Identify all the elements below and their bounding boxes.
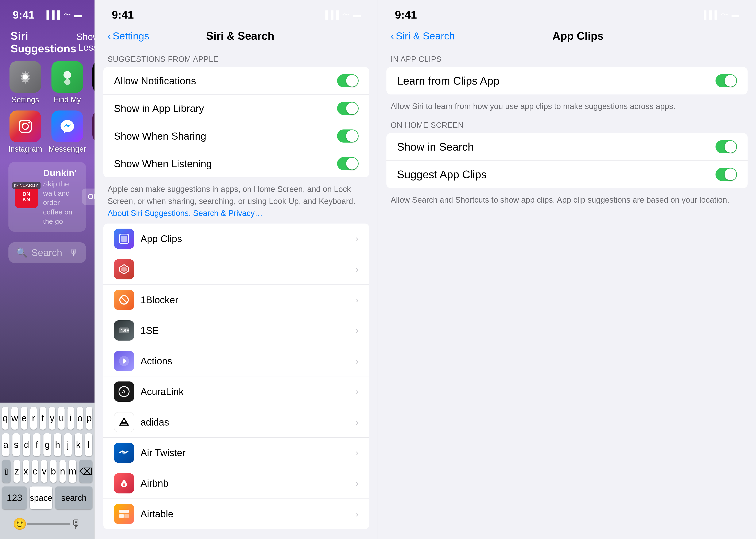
app-tiktok[interactable]: TikTok <box>92 61 95 104</box>
airtable-row[interactable]: Airtable › <box>103 499 369 529</box>
key-shift[interactable]: ⇧ <box>2 460 11 483</box>
show-in-search-toggle[interactable] <box>715 140 737 153</box>
airtwister-row[interactable]: Air Twister › <box>103 437 369 468</box>
actions-icon <box>114 351 134 371</box>
svg-point-26 <box>122 451 126 454</box>
dunkin-open-button[interactable]: OPEN <box>82 189 95 205</box>
key-j[interactable]: j <box>64 433 72 456</box>
show-when-listening-row[interactable]: Show When Listening <box>103 150 369 177</box>
slack-icon <box>92 111 95 142</box>
key-z[interactable]: z <box>14 460 20 483</box>
app-settings[interactable]: Settings <box>8 61 42 104</box>
search-icon: 🔍 <box>16 247 28 258</box>
app-messenger[interactable]: Messenger <box>48 111 86 154</box>
key-o[interactable]: o <box>77 407 83 429</box>
show-when-sharing-toggle[interactable] <box>337 129 359 143</box>
key-k[interactable]: k <box>75 433 82 456</box>
key-backspace[interactable]: ⌫ <box>79 460 92 483</box>
show-in-search-row[interactable]: Show in Search <box>386 133 748 161</box>
key-h[interactable]: h <box>54 433 61 456</box>
search-placeholder[interactable]: Search <box>32 247 65 258</box>
show-in-app-library-toggle[interactable] <box>337 102 359 115</box>
key-g[interactable]: g <box>43 433 51 456</box>
airtwister-name: Air Twister <box>140 447 349 458</box>
search-bar-wrap: 🔍 Search 🎙 <box>0 238 95 267</box>
acuralink-name: AcuraLink <box>140 386 349 397</box>
mic-icon[interactable]: 🎙 <box>69 247 78 258</box>
toggle-knob-3 <box>346 130 358 142</box>
svg-rect-28 <box>120 510 129 513</box>
keyboard-mic[interactable]: 🎙 <box>70 517 82 531</box>
altstore-row[interactable]: › <box>103 254 369 285</box>
show-less-button[interactable]: Show Less <box>76 32 95 53</box>
key-w[interactable]: w <box>11 407 18 429</box>
emoji-key[interactable]: 🙂 <box>13 517 27 531</box>
1blocker-row[interactable]: 1Blocker › <box>103 285 369 315</box>
key-l[interactable]: l <box>85 433 92 456</box>
learn-from-clips-row[interactable]: Learn from Clips App <box>386 67 748 95</box>
toggle-knob-2 <box>346 103 358 114</box>
key-y[interactable]: y <box>49 407 55 429</box>
key-n[interactable]: n <box>59 460 66 483</box>
suggest-app-clips-row[interactable]: Suggest App Clips <box>386 161 748 188</box>
key-v[interactable]: v <box>41 460 47 483</box>
key-a[interactable]: a <box>2 433 10 456</box>
airbnb-row[interactable]: Airbnb › <box>103 468 369 499</box>
back-label: Settings <box>113 30 149 42</box>
keyboard-bottom-bar: 🙂 🎙 <box>2 513 92 533</box>
search-bar[interactable]: 🔍 Search 🎙 <box>8 242 86 263</box>
key-x[interactable]: x <box>23 460 29 483</box>
key-d[interactable]: d <box>23 433 30 456</box>
app-slack[interactable]: Slack <box>92 111 95 154</box>
key-e[interactable]: e <box>21 407 28 429</box>
1se-row[interactable]: 1SE 1SE › <box>103 315 369 346</box>
show-in-app-library-row[interactable]: Show in App Library <box>103 95 369 122</box>
wifi-icon: 〜 <box>63 10 71 20</box>
svg-text:1SE: 1SE <box>121 328 129 333</box>
app-findmy[interactable]: Find My <box>48 61 86 104</box>
app-clips-icon <box>114 229 134 249</box>
suggestions-section-label: SUGGESTIONS FROM APPLE <box>95 48 378 67</box>
actions-row[interactable]: Actions › <box>103 346 369 376</box>
key-f[interactable]: f <box>33 433 41 456</box>
key-c[interactable]: c <box>32 460 38 483</box>
show-when-listening-toggle[interactable] <box>337 157 359 170</box>
key-r[interactable]: r <box>30 407 37 429</box>
key-p[interactable]: p <box>86 407 92 429</box>
suggest-app-clips-toggle[interactable] <box>715 168 737 181</box>
battery-icon: ▬ <box>74 10 82 19</box>
app-instagram[interactable]: Instagram <box>8 111 42 154</box>
privacy-link[interactable]: About Siri Suggestions, Search & Privacy… <box>108 209 263 218</box>
key-space[interactable]: space <box>30 487 52 509</box>
chevron-icon-airbnb: › <box>356 478 359 489</box>
acuralink-row[interactable]: A AcuraLink › <box>103 376 369 407</box>
allow-notifications-toggle[interactable] <box>337 74 359 87</box>
key-q[interactable]: q <box>2 407 8 429</box>
in-app-clips-label: IN APP CLIPS <box>378 48 756 67</box>
key-search[interactable]: search <box>55 487 92 509</box>
key-t[interactable]: t <box>40 407 46 429</box>
key-s[interactable]: s <box>12 433 20 456</box>
ac-back-label: Siri & Search <box>396 30 455 42</box>
1blocker-icon <box>114 290 134 310</box>
svg-point-4 <box>22 123 28 129</box>
adidas-row[interactable]: adidas › <box>103 407 369 437</box>
settings-back-button[interactable]: ‹ Settings <box>108 30 149 42</box>
acuralink-icon: A <box>114 381 134 402</box>
siri-search-title: Siri & Search <box>206 30 275 42</box>
keyboard: q w e r t y u i o p a s d f g h j k l ⇧ … <box>0 403 95 539</box>
show-when-sharing-row[interactable]: Show When Sharing <box>103 122 369 150</box>
app-clips-row[interactable]: App Clips › <box>103 223 369 254</box>
learn-from-clips-toggle[interactable] <box>715 74 737 87</box>
allow-notifications-row[interactable]: Allow Notifications <box>103 67 369 95</box>
ac-back-button[interactable]: ‹ Siri & Search <box>391 30 455 42</box>
key-b[interactable]: b <box>50 460 56 483</box>
airtable-icon <box>114 504 134 524</box>
back-chevron-icon: ‹ <box>108 30 111 42</box>
key-i[interactable]: i <box>67 407 74 429</box>
key-m[interactable]: m <box>68 460 76 483</box>
key-u[interactable]: u <box>58 407 64 429</box>
siri-suggestions-title: Siri Suggestions <box>11 30 76 55</box>
svg-point-27 <box>123 483 125 486</box>
key-123[interactable]: 123 <box>2 487 27 509</box>
